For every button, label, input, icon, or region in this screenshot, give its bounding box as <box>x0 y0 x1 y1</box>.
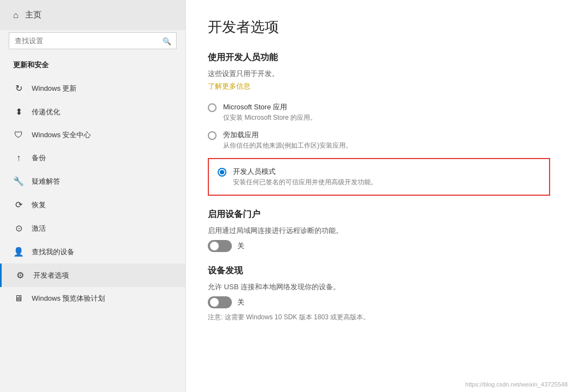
device-portal-toggle[interactable] <box>208 240 232 252</box>
radio-option-dev-mode: 开发人员模式 安装任何已签名的可信应用并使用高级开发功能。 <box>218 167 540 187</box>
device-discovery-toggle-label: 关 <box>237 297 244 307</box>
sidebar-item-label: 恢复 <box>32 200 46 210</box>
device-discovery-note: 注意: 这需要 Windows 10 SDK 版本 1803 或更高版本。 <box>208 313 550 322</box>
sidebar-section-title: 更新和安全 <box>0 56 185 77</box>
sidebar-item-label: 传递优化 <box>32 107 60 117</box>
dev-mode-desc: 安装任何已签名的可信应用并使用高级开发功能。 <box>233 178 377 187</box>
device-portal-desc: 启用通过局域网连接进行远程诊断的功能。 <box>208 226 550 236</box>
section-divider-discovery: 设备发现 允许 USB 连接和本地网络发现你的设备。 关 注意: 这需要 Win… <box>208 265 550 322</box>
sidebar-item-windows-security[interactable]: 🛡 Windows 安全中心 <box>0 124 185 147</box>
sidebar-home[interactable]: ⌂ 主页 <box>0 0 185 30</box>
main-content: 开发者选项 使用开发人员功能 这些设置只用于开发。 了解更多信息 Microso… <box>186 0 572 392</box>
device-discovery-title: 设备发现 <box>208 265 550 277</box>
ms-store-label: Microsoft Store 应用 <box>223 102 317 112</box>
sidebar-item-label: 疑难解答 <box>32 177 60 186</box>
use-dev-section-desc: 这些设置只用于开发。 <box>208 69 550 79</box>
sidebar-item-backup[interactable]: ↑ 备份 <box>0 147 185 169</box>
sidebar-item-activation[interactable]: ⊙ 激活 <box>0 217 185 240</box>
sidebar-item-label: Windows 安全中心 <box>32 130 91 140</box>
sideload-label: 旁加载应用 <box>223 130 352 140</box>
device-discovery-toggle-row: 关 <box>208 296 550 308</box>
ms-store-desc: 仅安装 Microsoft Store 的应用。 <box>223 113 317 122</box>
device-portal-toggle-row: 关 <box>208 240 550 252</box>
update-icon: ↻ <box>13 83 24 93</box>
dev-mode-label: 开发人员模式 <box>233 167 377 177</box>
section-divider-portal: 启用设备门户 启用通过局域网连接进行远程诊断的功能。 关 <box>208 209 550 252</box>
sidebar-item-delivery-opt[interactable]: ⬍ 传递优化 <box>0 100 185 124</box>
recovery-icon: ⟳ <box>13 200 24 210</box>
radio-sideload[interactable] <box>208 131 217 140</box>
sidebar-item-label: 开发者选项 <box>33 271 69 280</box>
device-discovery-toggle[interactable] <box>208 296 232 308</box>
sidebar-item-developer[interactable]: ⚙ 开发者选项 <box>0 264 185 287</box>
sidebar-item-label: Windows 更新 <box>32 84 77 93</box>
preview-icon: 🖥 <box>13 294 24 303</box>
sideload-desc: 从你信任的其他来源(例如工作区)安装应用。 <box>223 141 352 150</box>
sidebar-item-preview[interactable]: 🖥 Windows 预览体验计划 <box>0 287 185 310</box>
page-title: 开发者选项 <box>208 17 550 37</box>
sidebar-item-label: 查找我的设备 <box>32 247 74 257</box>
activation-icon: ⊙ <box>13 223 24 233</box>
sidebar-home-label: 主页 <box>25 10 42 20</box>
dev-mode-box: 开发人员模式 安装任何已签名的可信应用并使用高级开发功能。 <box>208 158 550 196</box>
sidebar-item-label: Windows 预览体验计划 <box>32 294 105 303</box>
device-portal-title: 启用设备门户 <box>208 209 550 220</box>
device-discovery-desc: 允许 USB 连接和本地网络发现你的设备。 <box>208 282 550 292</box>
sidebar-item-label: 备份 <box>32 153 46 163</box>
sidebar-item-troubleshoot[interactable]: 🔧 疑难解答 <box>0 169 185 193</box>
radio-option-ms-store: Microsoft Store 应用 仅安装 Microsoft Store 的… <box>208 102 550 122</box>
search-input[interactable] <box>9 32 177 49</box>
search-icon: 🔍 <box>162 37 171 45</box>
sidebar-item-find-device[interactable]: 👤 查找我的设备 <box>0 240 185 264</box>
home-icon: ⌂ <box>13 10 19 20</box>
find-device-icon: 👤 <box>13 247 24 257</box>
radio-ms-store[interactable] <box>208 103 217 112</box>
use-dev-section-title: 使用开发人员功能 <box>208 52 550 63</box>
search-box: 🔍 <box>9 32 177 49</box>
shield-icon: 🛡 <box>13 130 24 140</box>
backup-icon: ↑ <box>13 153 24 163</box>
radio-option-sideload: 旁加载应用 从你信任的其他来源(例如工作区)安装应用。 <box>208 130 550 150</box>
learn-more-link[interactable]: 了解更多信息 <box>208 81 250 91</box>
sidebar-item-label: 激活 <box>32 224 46 233</box>
troubleshoot-icon: 🔧 <box>13 176 24 186</box>
sidebar-item-recovery[interactable]: ⟳ 恢复 <box>0 193 185 217</box>
radio-dev-mode[interactable] <box>218 168 226 177</box>
delivery-icon: ⬍ <box>13 107 24 117</box>
sidebar-item-windows-update[interactable]: ↻ Windows 更新 <box>0 77 185 100</box>
developer-icon: ⚙ <box>15 270 26 280</box>
sidebar: ⌂ 主页 🔍 更新和安全 ↻ Windows 更新 ⬍ 传递优化 🛡 Windo… <box>0 0 186 392</box>
device-portal-toggle-label: 关 <box>237 241 244 251</box>
